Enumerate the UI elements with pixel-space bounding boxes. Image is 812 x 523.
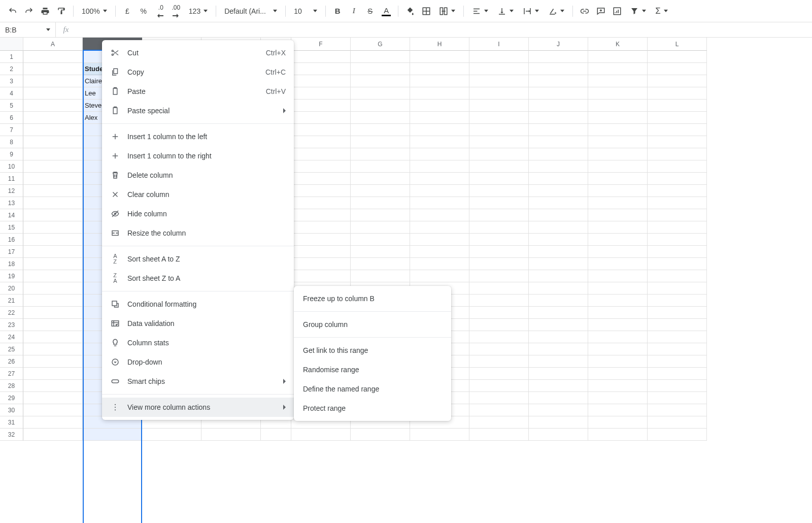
cell[interactable]: [23, 246, 83, 258]
cell[interactable]: [23, 404, 83, 416]
row-header[interactable]: 30: [0, 404, 23, 416]
cell[interactable]: [410, 270, 469, 282]
cell[interactable]: [410, 221, 469, 234]
cell[interactable]: [648, 209, 707, 221]
cell[interactable]: [291, 209, 351, 221]
undo-button[interactable]: [5, 4, 20, 19]
cell[interactable]: [588, 136, 648, 148]
cell[interactable]: [469, 429, 529, 441]
menu-insert-right[interactable]: Insert 1 column to the right: [102, 146, 294, 166]
cell[interactable]: [351, 75, 410, 87]
cell[interactable]: [469, 416, 529, 429]
row-header[interactable]: 11: [0, 173, 23, 185]
submenu-define-named[interactable]: Define the named range: [294, 379, 451, 399]
redo-button[interactable]: [21, 4, 37, 19]
cell[interactable]: [588, 258, 648, 270]
cell[interactable]: [469, 319, 529, 331]
format-currency-button[interactable]: £: [120, 4, 135, 19]
cell[interactable]: [261, 429, 291, 441]
cell[interactable]: [23, 343, 83, 355]
cell[interactable]: [648, 319, 707, 331]
cell[interactable]: [23, 185, 83, 197]
cell[interactable]: [648, 380, 707, 392]
cell[interactable]: [529, 100, 588, 112]
cell[interactable]: [291, 63, 351, 75]
cell[interactable]: [529, 343, 588, 355]
cell[interactable]: [23, 270, 83, 282]
bold-button[interactable]: B: [330, 4, 345, 19]
cell[interactable]: [83, 429, 142, 441]
cell[interactable]: [529, 416, 588, 429]
cell[interactable]: [588, 282, 648, 295]
row-header[interactable]: 28: [0, 380, 23, 392]
cell[interactable]: [291, 221, 351, 234]
cell[interactable]: [469, 100, 529, 112]
cell[interactable]: [529, 221, 588, 234]
cell[interactable]: [648, 197, 707, 209]
functions-dropdown[interactable]: Σ: [651, 4, 672, 19]
row-header[interactable]: 3: [0, 75, 23, 87]
cell[interactable]: [469, 368, 529, 380]
cell[interactable]: [588, 112, 648, 124]
row-header[interactable]: 10: [0, 160, 23, 173]
menu-paste-special[interactable]: Paste special: [102, 101, 294, 120]
font-dropdown[interactable]: Default (Ari...: [220, 4, 281, 19]
cell[interactable]: [291, 234, 351, 246]
text-color-button[interactable]: A: [379, 4, 394, 19]
cell[interactable]: [588, 429, 648, 441]
cell[interactable]: [588, 404, 648, 416]
cell[interactable]: [588, 380, 648, 392]
row-header[interactable]: 17: [0, 246, 23, 258]
cell[interactable]: [469, 282, 529, 295]
cell[interactable]: [469, 185, 529, 197]
cell[interactable]: [23, 392, 83, 404]
cell[interactable]: [529, 282, 588, 295]
cell[interactable]: [291, 429, 351, 441]
cell[interactable]: [469, 234, 529, 246]
menu-hide-column[interactable]: Hide column: [102, 204, 294, 223]
cell[interactable]: [529, 319, 588, 331]
cell[interactable]: [410, 173, 469, 185]
cell[interactable]: [23, 258, 83, 270]
italic-button[interactable]: I: [346, 4, 361, 19]
cell[interactable]: [648, 75, 707, 87]
cell[interactable]: [351, 87, 410, 100]
cell[interactable]: [469, 404, 529, 416]
cell[interactable]: [529, 75, 588, 87]
row-header[interactable]: 2: [0, 63, 23, 75]
column-header-a[interactable]: A: [23, 38, 83, 51]
cell[interactable]: [588, 221, 648, 234]
cell[interactable]: [410, 63, 469, 75]
column-header-k[interactable]: K: [588, 38, 648, 51]
column-header-h[interactable]: H: [410, 38, 469, 51]
cell[interactable]: [529, 368, 588, 380]
row-header[interactable]: 15: [0, 221, 23, 234]
cell[interactable]: [529, 307, 588, 319]
cell[interactable]: [588, 295, 648, 307]
row-header[interactable]: 24: [0, 331, 23, 343]
cell[interactable]: [23, 51, 83, 63]
row-header[interactable]: 29: [0, 392, 23, 404]
cell[interactable]: [648, 282, 707, 295]
text-wrap-dropdown[interactable]: [519, 4, 543, 19]
cell[interactable]: [529, 112, 588, 124]
cell[interactable]: [410, 136, 469, 148]
cell[interactable]: [648, 185, 707, 197]
cell[interactable]: [469, 173, 529, 185]
cell[interactable]: [351, 258, 410, 270]
cell[interactable]: [648, 307, 707, 319]
cell[interactable]: [23, 148, 83, 160]
insert-link-button[interactable]: [577, 4, 592, 19]
cell[interactable]: [469, 380, 529, 392]
menu-copy[interactable]: Copy Ctrl+C: [102, 62, 294, 82]
row-header[interactable]: 13: [0, 197, 23, 209]
cell[interactable]: [529, 380, 588, 392]
submenu-freeze[interactable]: Freeze up to column B: [294, 289, 451, 308]
cell[interactable]: [291, 270, 351, 282]
cell[interactable]: [648, 429, 707, 441]
cell[interactable]: [351, 270, 410, 282]
cell[interactable]: [588, 160, 648, 173]
cell[interactable]: [648, 368, 707, 380]
row-header[interactable]: 4: [0, 87, 23, 100]
insert-comment-button[interactable]: [593, 4, 608, 19]
